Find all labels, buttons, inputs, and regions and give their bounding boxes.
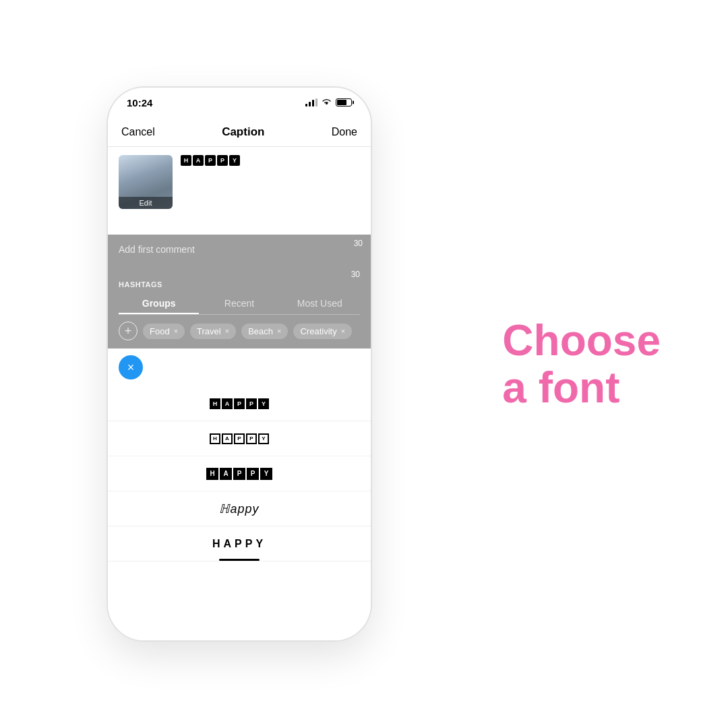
page: 10:24 Cancel Caption Done: [0, 0, 728, 728]
done-button[interactable]: Done: [332, 126, 357, 138]
choose-font-line2: a font: [502, 363, 619, 412]
right-side-text: Choose a font: [502, 317, 661, 412]
letter-y: Y: [229, 155, 240, 166]
choose-font-line1: Choose: [502, 316, 661, 365]
font-option-4[interactable]: ℍappy: [108, 491, 371, 526]
choose-font-heading: Choose a font: [502, 317, 661, 412]
remove-beach-icon[interactable]: ×: [277, 327, 281, 335]
font-preview-1: H A P P Y: [210, 398, 269, 409]
letter-h: H: [181, 155, 191, 166]
happy-logo: H A P P Y: [181, 155, 360, 166]
font-option-3[interactable]: H A P P Y: [108, 456, 371, 491]
cancel-button[interactable]: Cancel: [121, 126, 155, 138]
letter-p1: P: [205, 155, 216, 166]
group-tag-food[interactable]: Food ×: [143, 324, 185, 339]
font-option-5[interactable]: HAPPY: [108, 526, 371, 562]
group-tag-travel-label: Travel: [197, 326, 221, 336]
font-option-1[interactable]: H A P P Y: [108, 386, 371, 421]
tab-groups[interactable]: Groups: [119, 294, 199, 314]
nav-bar: Cancel Caption Done: [108, 117, 371, 147]
hashtags-label: HASHTAGS: [119, 280, 360, 289]
group-tag-food-label: Food: [150, 326, 170, 336]
caption-area: Edit H A P P Y: [108, 147, 371, 235]
hashtag-count: 30: [119, 270, 360, 279]
font-list: H A P P Y H A P P Y: [108, 386, 371, 640]
wifi-icon: [322, 98, 332, 108]
remove-travel-icon[interactable]: ×: [225, 327, 229, 335]
edit-label[interactable]: Edit: [119, 197, 173, 209]
nav-title: Caption: [222, 125, 264, 139]
font-preview-3: H A P P Y: [206, 468, 272, 480]
letter-p2: P: [217, 155, 228, 166]
status-icons: [305, 98, 352, 108]
comment-section: 30 Add first comment: [108, 235, 371, 264]
group-tag-travel[interactable]: Travel ×: [190, 324, 236, 339]
group-tag-beach-label: Beach: [248, 326, 273, 336]
group-tag-beach[interactable]: Beach ×: [241, 324, 288, 339]
signal-icon: [305, 98, 317, 107]
tab-most-used[interactable]: Most Used: [280, 294, 360, 314]
group-tag-creativity-label: Creativity: [300, 326, 336, 336]
comment-input[interactable]: Add first comment: [119, 240, 360, 259]
font-preview-4: ℍappy: [219, 502, 259, 516]
font-preview-5: HAPPY: [212, 538, 266, 550]
phone-mockup: 10:24 Cancel Caption Done: [108, 88, 371, 640]
status-bar: 10:24: [108, 88, 371, 117]
thumbnail[interactable]: Edit: [119, 155, 173, 209]
remove-creativity-icon[interactable]: ×: [341, 327, 345, 335]
status-time: 10:24: [127, 97, 152, 109]
tab-recent[interactable]: Recent: [199, 294, 279, 314]
close-button[interactable]: ×: [119, 355, 143, 380]
hashtag-tabs: Groups Recent Most Used: [119, 294, 360, 315]
phone-content: Edit H A P P Y 30 Add first comment: [108, 147, 371, 640]
battery-icon: [336, 98, 352, 107]
groups-row: + Food × Travel × Beach × Creativity: [119, 322, 360, 348]
comment-count: 30: [354, 239, 363, 248]
remove-food-icon[interactable]: ×: [174, 327, 178, 335]
font-preview-2: H A P P Y: [210, 433, 269, 444]
caption-text-area: H A P P Y: [181, 155, 360, 226]
group-tag-creativity[interactable]: Creativity ×: [293, 324, 352, 339]
letter-a: A: [193, 155, 204, 166]
add-group-button[interactable]: +: [119, 322, 138, 340]
font-option-2[interactable]: H A P P Y: [108, 421, 371, 456]
hashtags-section: 30 HASHTAGS Groups Recent Most Used + Fo…: [108, 264, 371, 348]
